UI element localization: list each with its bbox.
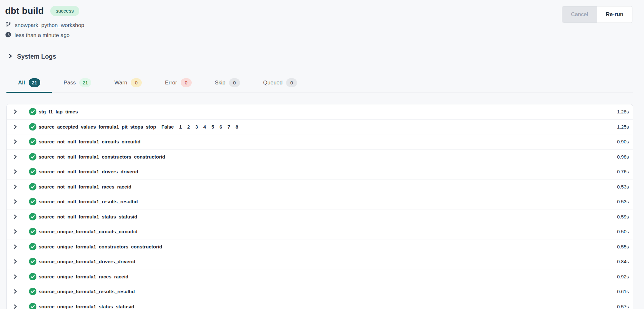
tab-warn[interactable]: Warn0 <box>103 75 153 93</box>
check-circle-icon <box>29 108 36 115</box>
node-name: source_not_null_formula1_constructors_co… <box>39 154 165 159</box>
chevron-right-icon[interactable] <box>12 258 19 265</box>
table-row: stg_f1_lap_times1.28s <box>7 104 633 120</box>
node-duration: 0.76s <box>617 169 629 174</box>
node-name: source_unique_formula1_results_resultid <box>39 289 135 294</box>
table-row: source_unique_formula1_results_resultid0… <box>7 284 633 299</box>
node-name: source_accepted_values_formula1_pit_stop… <box>39 124 238 130</box>
chevron-right-icon[interactable] <box>12 153 19 160</box>
system-logs-toggle[interactable]: System Logs <box>7 53 644 60</box>
check-circle-icon <box>29 138 36 145</box>
chevron-right-icon[interactable] <box>12 303 19 309</box>
check-circle-icon <box>29 258 36 265</box>
table-row: source_not_null_formula1_drivers_driveri… <box>7 164 633 179</box>
tab-queued[interactable]: Queued0 <box>252 75 309 93</box>
chevron-right-icon[interactable] <box>12 198 19 205</box>
node-name: source_unique_formula1_races_raceid <box>39 274 128 279</box>
git-branch-icon <box>5 21 12 29</box>
run-actions: Cancel Re-run <box>562 6 632 23</box>
table-row: source_accepted_values_formula1_pit_stop… <box>7 120 633 135</box>
node-name: stg_f1_lap_times <box>39 109 78 114</box>
rerun-button[interactable]: Re-run <box>597 6 632 23</box>
check-circle-icon <box>29 288 36 295</box>
chevron-right-icon[interactable] <box>12 138 19 145</box>
table-row: source_not_null_formula1_circuits_circui… <box>7 134 633 150</box>
branch-name: snowpark_python_workshop <box>15 22 84 29</box>
node-name: source_not_null_formula1_status_statusid <box>39 214 137 219</box>
table-row: source_unique_formula1_races_raceid0.92s <box>7 269 633 285</box>
tab-label: Queued <box>263 80 283 86</box>
tab-skip[interactable]: Skip0 <box>203 75 252 93</box>
check-circle-icon <box>29 228 36 235</box>
node-name: source_not_null_formula1_races_raceid <box>39 184 131 189</box>
tab-label: Pass <box>63 80 76 86</box>
check-circle-icon <box>29 243 36 250</box>
chevron-right-icon[interactable] <box>12 168 19 175</box>
node-duration: 1.25s <box>617 124 629 130</box>
time-meta: less than a minute ago <box>5 32 84 39</box>
time-ago: less than a minute ago <box>14 32 70 39</box>
status-badge: success <box>50 6 79 16</box>
check-circle-icon <box>29 168 36 175</box>
tab-all[interactable]: All21 <box>6 75 52 93</box>
table-row: source_not_null_formula1_constructors_co… <box>7 150 633 165</box>
table-row: source_unique_formula1_status_statusid0.… <box>7 299 633 309</box>
node-duration: 0.53s <box>617 184 629 189</box>
tab-count-badge: 21 <box>79 78 91 87</box>
chevron-right-icon[interactable] <box>12 123 19 130</box>
node-duration: 0.61s <box>617 289 629 294</box>
tab-count-badge: 0 <box>181 78 192 87</box>
tab-pass[interactable]: Pass21 <box>52 75 102 93</box>
tab-count-badge: 0 <box>131 78 142 87</box>
chevron-right-icon <box>7 53 13 60</box>
table-row: source_unique_formula1_constructors_cons… <box>7 239 633 255</box>
table-row: source_not_null_formula1_results_resulti… <box>7 194 633 209</box>
node-duration: 0.90s <box>617 139 629 144</box>
cancel-button[interactable]: Cancel <box>562 6 597 23</box>
tab-error[interactable]: Error0 <box>153 75 203 93</box>
tab-label: All <box>18 80 25 86</box>
table-row: source_not_null_formula1_races_raceid0.5… <box>7 179 633 195</box>
node-duration: 0.98s <box>617 154 629 159</box>
tab-label: Skip <box>215 80 226 86</box>
results-list: stg_f1_lap_times1.28ssource_accepted_val… <box>6 104 633 309</box>
clock-icon <box>5 32 11 39</box>
chevron-right-icon[interactable] <box>12 183 19 190</box>
tab-count-badge: 0 <box>229 78 240 87</box>
chevron-right-icon[interactable] <box>12 228 19 235</box>
table-row: source_unique_formula1_drivers_driverid0… <box>7 254 633 269</box>
node-name: source_not_null_formula1_circuits_circui… <box>39 139 140 144</box>
tab-count-badge: 21 <box>29 78 41 87</box>
tab-label: Warn <box>114 80 127 86</box>
branch-meta: snowpark_python_workshop <box>5 21 84 29</box>
table-row: source_unique_formula1_circuits_circuiti… <box>7 224 633 239</box>
chevron-right-icon[interactable] <box>12 243 19 250</box>
check-circle-icon <box>29 123 36 130</box>
node-duration: 0.53s <box>617 199 629 204</box>
check-circle-icon <box>29 303 36 309</box>
chevron-right-icon[interactable] <box>12 273 19 280</box>
chevron-right-icon[interactable] <box>12 108 19 115</box>
table-row: source_not_null_formula1_status_statusid… <box>7 209 633 225</box>
check-circle-icon <box>29 273 36 280</box>
node-duration: 1.28s <box>617 109 629 114</box>
node-duration: 0.50s <box>617 229 629 234</box>
node-duration: 0.59s <box>617 214 629 219</box>
node-duration: 0.55s <box>617 244 629 249</box>
node-name: source_not_null_formula1_drivers_driveri… <box>39 169 138 174</box>
node-name: source_unique_formula1_drivers_driverid <box>39 259 135 264</box>
node-duration: 0.84s <box>617 259 629 264</box>
page-title: dbt build <box>5 6 44 16</box>
status-tabs: All21Pass21Warn0Error0Skip0Queued0 <box>6 75 633 92</box>
chevron-right-icon[interactable] <box>12 213 19 220</box>
tab-count-badge: 0 <box>286 78 297 87</box>
chevron-right-icon[interactable] <box>12 288 19 295</box>
system-logs-label: System Logs <box>17 53 56 60</box>
check-circle-icon <box>29 213 36 220</box>
check-circle-icon <box>29 153 36 160</box>
node-name: source_unique_formula1_status_statusid <box>39 304 134 309</box>
run-header: dbt build success snowpark_python_worksh… <box>0 0 644 39</box>
node-duration: 0.57s <box>617 304 629 309</box>
node-duration: 0.92s <box>617 274 629 279</box>
check-circle-icon <box>29 198 36 205</box>
